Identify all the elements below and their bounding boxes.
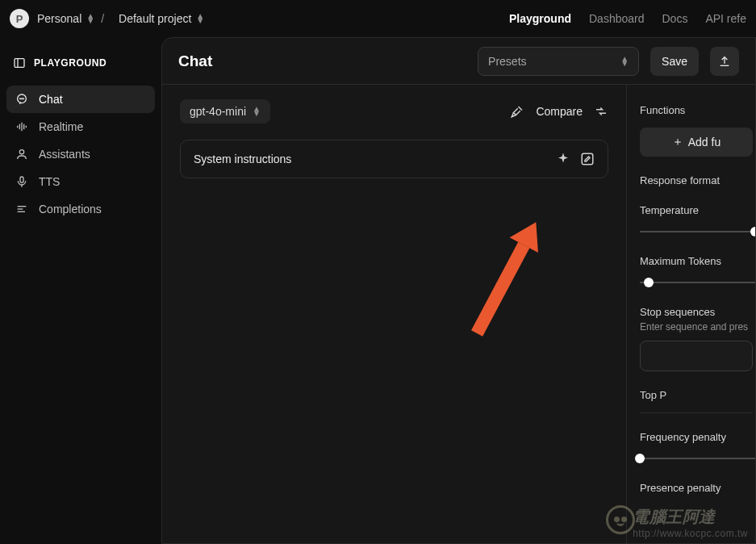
sidebar-item-tts[interactable]: TTS xyxy=(6,168,155,195)
breadcrumb-separator: / xyxy=(101,12,104,25)
response-format-group: Response format xyxy=(640,174,755,186)
edit-icon[interactable] xyxy=(580,152,595,166)
top-p-label: Top P xyxy=(640,389,755,401)
center-top-row: gpt-4o-mini ▲▼ Compare xyxy=(180,99,608,123)
compare-label[interactable]: Compare xyxy=(536,105,583,118)
sidebar-item-assistants[interactable]: Assistants xyxy=(6,140,155,168)
workspace-avatar[interactable]: P xyxy=(10,9,29,28)
add-function-label: Add fu xyxy=(688,136,720,149)
sidebar-item-label: Completions xyxy=(39,203,102,216)
waveform-icon xyxy=(15,120,29,133)
sidebar-heading-text: PLAYGROUND xyxy=(34,57,107,69)
presence-penalty-group: Presence penalty xyxy=(640,482,755,494)
sidebar-item-label: Assistants xyxy=(39,148,90,161)
share-button[interactable] xyxy=(710,47,739,76)
top-nav: Playground Dashboard Docs API refe xyxy=(509,12,746,25)
compare-arrows-icon[interactable] xyxy=(594,104,608,119)
chat-icon xyxy=(15,93,29,106)
chevron-up-down-icon: ▲▼ xyxy=(253,107,261,116)
presets-label: Presets xyxy=(488,55,526,68)
frequency-penalty-group: Frequency penalty xyxy=(640,431,755,464)
svg-point-5 xyxy=(23,98,24,99)
presence-penalty-label: Presence penalty xyxy=(640,482,755,494)
assistant-icon xyxy=(15,148,29,161)
sidebar-item-label: Chat xyxy=(39,93,63,106)
temperature-group: Temperature xyxy=(640,204,755,237)
stop-sequences-group: Stop sequences Enter sequence and pres xyxy=(640,306,755,371)
page-title: Chat xyxy=(178,52,212,70)
svg-rect-12 xyxy=(20,177,23,182)
max-tokens-slider[interactable] xyxy=(640,277,755,288)
sidebar-item-realtime[interactable]: Realtime xyxy=(6,113,155,140)
svg-point-4 xyxy=(22,98,23,99)
nav-docs[interactable]: Docs xyxy=(662,12,688,25)
top-bar: P Personal ▲▼ / Default project ▲▼ Playg… xyxy=(0,0,756,37)
temperature-label: Temperature xyxy=(640,204,755,216)
chevron-up-down-icon: ▲▼ xyxy=(620,56,629,66)
frequency-penalty-label: Frequency penalty xyxy=(640,431,755,443)
add-function-button[interactable]: ＋ Add fu xyxy=(640,128,753,157)
max-tokens-group: Maximum Tokens xyxy=(640,255,755,288)
avatar-initial: P xyxy=(16,13,23,25)
system-instructions-bar[interactable]: System instructions xyxy=(180,140,608,178)
functions-group: Functions ＋ Add fu xyxy=(640,104,755,157)
top-p-group: Top P xyxy=(640,389,755,413)
model-selector[interactable]: gpt-4o-mini ▲▼ xyxy=(180,99,270,123)
stop-sequences-label: Stop sequences xyxy=(640,306,755,318)
svg-rect-0 xyxy=(15,59,24,68)
main-panel: Chat Presets ▲▼ Save gpt-4o-mini ▲▼ xyxy=(161,37,756,544)
divider xyxy=(640,412,753,413)
svg-point-3 xyxy=(20,98,21,99)
save-label: Save xyxy=(662,55,687,68)
workspace-switcher[interactable]: Personal ▲▼ xyxy=(37,12,94,25)
upload-icon xyxy=(718,55,731,68)
system-instructions-label: System instructions xyxy=(194,153,291,165)
svg-point-11 xyxy=(19,150,23,154)
project-switcher[interactable]: Default project ▲▼ xyxy=(119,12,204,25)
response-format-label: Response format xyxy=(640,174,755,186)
microphone-icon xyxy=(15,175,29,188)
nav-dashboard[interactable]: Dashboard xyxy=(589,12,645,25)
stop-sequences-hint: Enter sequence and pres xyxy=(640,321,755,333)
stop-sequences-input[interactable] xyxy=(640,341,753,371)
panel-icon xyxy=(13,56,26,69)
sidebar: PLAYGROUND Chat Realtime Assistants TTS … xyxy=(0,37,161,544)
frequency-penalty-slider[interactable] xyxy=(640,453,755,464)
temperature-slider[interactable] xyxy=(640,226,755,237)
sidebar-item-completions[interactable]: Completions xyxy=(6,195,155,223)
main-content: gpt-4o-mini ▲▼ Compare System instructio… xyxy=(162,85,755,543)
main-header: Chat Presets ▲▼ Save xyxy=(162,38,755,85)
presets-dropdown[interactable]: Presets ▲▼ xyxy=(478,47,639,76)
sidebar-item-chat[interactable]: Chat xyxy=(6,86,155,113)
sidebar-item-label: Realtime xyxy=(39,120,83,133)
svg-rect-17 xyxy=(582,153,593,165)
sidebar-heading: PLAYGROUND xyxy=(6,52,155,86)
functions-label: Functions xyxy=(640,104,755,116)
annotation-arrow xyxy=(471,220,550,341)
nav-api-reference[interactable]: API refe xyxy=(705,12,746,25)
sidebar-item-label: TTS xyxy=(39,175,60,188)
broom-icon[interactable] xyxy=(510,104,524,119)
max-tokens-label: Maximum Tokens xyxy=(640,255,755,267)
save-button[interactable]: Save xyxy=(650,47,699,76)
chevron-up-down-icon: ▲▼ xyxy=(196,14,204,23)
center-column: gpt-4o-mini ▲▼ Compare System instructio… xyxy=(162,85,626,543)
project-name: Default project xyxy=(119,12,191,25)
model-name: gpt-4o-mini xyxy=(190,105,246,118)
completions-icon xyxy=(15,203,29,216)
workspace-name: Personal xyxy=(37,12,81,25)
plus-icon: ＋ xyxy=(672,135,683,149)
nav-playground[interactable]: Playground xyxy=(509,12,571,25)
sparkle-icon[interactable] xyxy=(556,152,570,166)
chevron-up-down-icon: ▲▼ xyxy=(86,14,94,23)
settings-panel: Functions ＋ Add fu Response format Tempe… xyxy=(626,85,755,543)
